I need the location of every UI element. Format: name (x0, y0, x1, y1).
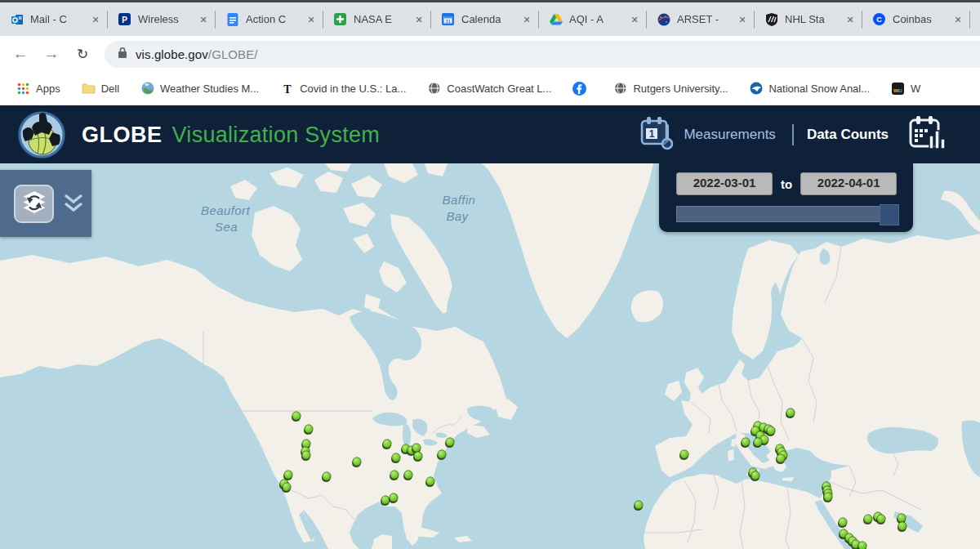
folder-icon (82, 82, 96, 96)
double-chevron-down-icon (62, 193, 85, 214)
data-point-marker[interactable] (390, 493, 398, 502)
data-point-marker[interactable] (390, 471, 399, 479)
date-slider-track[interactable] (676, 206, 898, 222)
data-counts-calendar-chart-icon[interactable] (906, 113, 947, 157)
bookmark-covid-in-the-u-s-la[interactable]: TCovid in the U.S.: La... (275, 79, 411, 98)
end-date-button[interactable]: 2022-04-01 (800, 172, 897, 195)
data-point-marker[interactable] (777, 454, 785, 462)
browser-tab-strip: Mail - C✕PWireless✕Action C✕NASA E✕31Cal… (0, 2, 980, 36)
start-date-button[interactable]: 2022-03-01 (676, 172, 773, 195)
data-point-marker[interactable] (877, 515, 885, 523)
url-text: vis.globe.gov/GLOBE/ (136, 47, 258, 61)
data-point-marker[interactable] (414, 452, 422, 460)
browser-tab-nasa-e[interactable]: NASA E✕ (323, 2, 430, 36)
globe-icon (427, 82, 441, 96)
tab-close-icon[interactable]: ✕ (520, 13, 533, 26)
tab-close-icon[interactable]: ✕ (736, 13, 749, 26)
tab-close-icon[interactable]: ✕ (89, 13, 102, 26)
tab-close-icon[interactable]: ✕ (844, 13, 857, 26)
data-point-marker[interactable] (864, 515, 872, 523)
tab-title: AQI - A (569, 13, 628, 25)
data-point-marker[interactable] (898, 514, 906, 522)
browser-tab-calenda[interactable]: 31Calenda✕ (431, 2, 538, 36)
bookmark-facebook[interactable] (568, 79, 597, 98)
bookmark-label: CoastWatch Great L... (447, 83, 551, 95)
tab-data-counts[interactable]: Data Counts (807, 127, 889, 143)
data-point-marker[interactable] (305, 425, 313, 433)
data-point-marker[interactable] (412, 444, 421, 452)
browser-tab-wireless[interactable]: PWireless✕ (108, 2, 215, 36)
bookmark-apps[interactable]: Apps (11, 79, 65, 98)
data-point-marker[interactable] (438, 450, 446, 458)
data-point-marker[interactable] (302, 451, 310, 459)
back-icon[interactable]: ← (10, 43, 31, 65)
reload-icon[interactable]: ↻ (72, 43, 93, 65)
data-point-marker[interactable] (786, 408, 795, 417)
data-point-marker[interactable] (323, 472, 331, 480)
data-point-marker[interactable] (898, 522, 906, 530)
data-point-marker[interactable] (858, 542, 866, 549)
data-point-marker[interactable] (839, 518, 847, 526)
bookmark-w[interactable]: wuW (886, 79, 925, 98)
brand-suffix: Visualization System (172, 123, 381, 148)
data-point-marker[interactable] (284, 471, 292, 479)
bookmark-dell[interactable]: Dell (77, 79, 124, 98)
date-slider-handle[interactable] (880, 204, 899, 225)
url-path: /GLOBE/ (208, 47, 258, 61)
bookmark-label: National Snow Anal... (768, 83, 870, 95)
measurements-calendar-icon[interactable]: 1 (639, 114, 675, 155)
bookmark-weather-studies-m[interactable]: Weather Studies M... (136, 79, 264, 98)
data-point-marker[interactable] (381, 496, 390, 504)
tab-close-icon[interactable]: ✕ (305, 13, 318, 26)
data-point-marker[interactable] (283, 483, 291, 491)
browser-tab-mail-c[interactable]: Mail - C✕ (0, 2, 107, 36)
browser-tab-coinbas[interactable]: CCoinbas✕ (862, 2, 969, 36)
data-point-marker[interactable] (754, 438, 762, 446)
data-point-marker[interactable] (353, 458, 361, 466)
bookmark-coastwatch-great-l[interactable]: CoastWatch Great L... (422, 79, 556, 98)
browser-tab-action-c[interactable]: Action C✕ (216, 2, 323, 36)
tab-close-icon[interactable]: ✕ (197, 13, 210, 26)
app-header: GLOBE Visualization System 1 Measurement… (0, 105, 980, 164)
tab-measurements[interactable]: Measurements (684, 127, 775, 143)
browser-tab-arset-[interactable]: ARSET -✕ (647, 2, 754, 36)
data-point-marker[interactable] (446, 438, 454, 446)
svg-text:Sea: Sea (215, 220, 238, 234)
tab-close-icon[interactable]: ✕ (951, 13, 964, 26)
data-point-marker[interactable] (383, 440, 391, 448)
date-range-panel: 2022-03-01 to 2022-04-01 (659, 163, 913, 232)
bookmark-national-snow-anal[interactable]: National Snow Anal... (744, 79, 875, 98)
data-point-marker[interactable] (392, 453, 400, 462)
layers-expand-chevron[interactable] (62, 193, 85, 214)
layers-button[interactable] (14, 185, 54, 223)
data-point-marker[interactable] (824, 493, 832, 501)
globe-logo[interactable] (16, 109, 67, 160)
address-bar[interactable]: vis.globe.gov/GLOBE/ (105, 41, 980, 68)
data-point-marker[interactable] (292, 412, 301, 420)
browser-tab-aqi-a[interactable]: AQI - A✕ (539, 2, 646, 36)
google-docs-icon (225, 12, 239, 26)
bookmark-label: Dell (101, 83, 119, 95)
data-point-marker[interactable] (751, 471, 760, 480)
data-point-marker[interactable] (767, 426, 775, 435)
brand-name: GLOBE (82, 123, 163, 148)
tab-title: ARSET - (677, 13, 736, 25)
bookmarks-bar: AppsDellWeather Studies M...TCovid in th… (0, 72, 980, 105)
data-point-marker[interactable] (404, 471, 412, 479)
browser-nav-bar: ← → ↻ vis.globe.gov/GLOBE/ (0, 36, 980, 72)
forward-icon[interactable]: → (41, 43, 62, 65)
data-point-marker[interactable] (742, 438, 750, 446)
browser-tab-nhl-sta[interactable]: NHL Sta✕ (755, 2, 862, 36)
beaufort-sea-label: Beaufort (201, 203, 250, 217)
data-point-marker[interactable] (680, 450, 688, 458)
nasa-icon (657, 12, 670, 26)
tab-close-icon[interactable]: ✕ (412, 13, 425, 26)
bookmark-rutgers-university[interactable]: Rutgers University... (608, 79, 733, 98)
padlock-icon (118, 47, 127, 62)
data-point-marker[interactable] (426, 477, 434, 485)
svg-text:Bay: Bay (446, 209, 469, 223)
data-point-marker[interactable] (635, 501, 643, 509)
partial-tab[interactable] (970, 2, 980, 36)
svg-text:1: 1 (649, 128, 655, 140)
tab-close-icon[interactable]: ✕ (628, 13, 641, 26)
